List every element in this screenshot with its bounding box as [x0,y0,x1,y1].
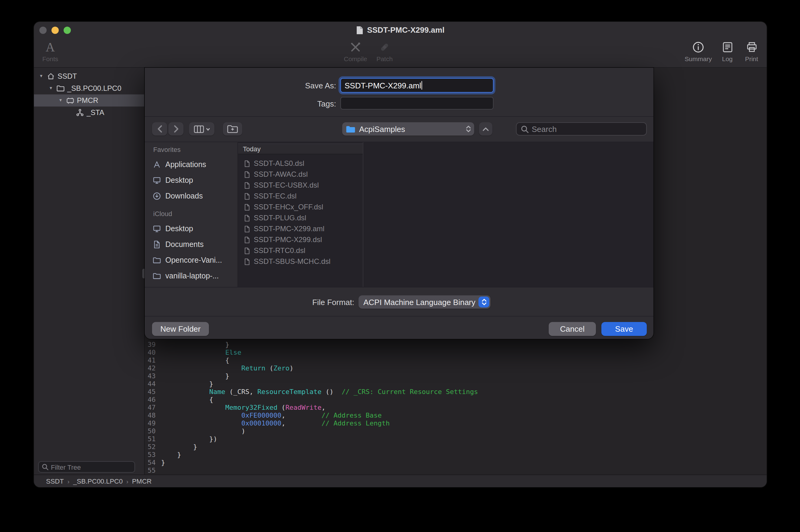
tree-item-ssdt[interactable]: ▾SSDT [34,70,144,82]
log-toolbar-button[interactable]: Log [716,40,739,62]
place-item-opencore-vani[interactable]: Opencore-Vani... [145,252,238,268]
patch-toolbar-button[interactable]: Patch [371,40,398,62]
file-group-header: Today [238,144,363,154]
disclosure-triangle-icon[interactable]: ▾ [57,94,64,107]
breadcrumb-item-sb-pc00-lpc0[interactable]: _SB.PC00.LPC0 [73,477,123,485]
cancel-button[interactable]: Cancel [549,322,596,336]
file-row-ssdt-pmc-x299-aml[interactable]: SSDT-PMC-X299.aml [238,223,363,234]
place-item-desktop[interactable]: Desktop [145,221,238,236]
file-name: SSDT-SBUS-MCHC.dsl [254,257,330,266]
summary-toolbar-button[interactable]: Summary [682,40,714,62]
document-icon [243,192,251,200]
disclosure-triangle-icon[interactable]: ▾ [38,70,45,82]
file-row-ssdt-ec-dsl[interactable]: SSDT-EC.dsl [238,191,363,202]
place-item-vanilla-laptop[interactable]: vanilla-laptop-... [145,268,238,284]
document-proxy-icon[interactable] [356,26,364,34]
places-section-header: iCloud [153,210,172,217]
filter-tree-input[interactable]: Filter Tree [38,461,135,473]
tree-item-sb-pc00-lpc0[interactable]: ▾_SB.PC00.LPC0 [34,82,144,94]
line-number: 41 [146,357,156,364]
tree-item-sta[interactable]: _STA [34,107,144,119]
save-as-input[interactable]: SSDT-PMC-X299.aml [340,78,494,93]
new-folder-button[interactable]: New Folder [152,322,209,336]
code-text: } [161,451,181,459]
fonts-toolbar-button[interactable]: A Fonts [36,40,64,62]
document-icon [243,159,251,167]
document-icon [243,247,251,254]
log-icon [722,40,733,55]
minimize-button[interactable] [52,26,59,34]
document-icon [243,214,251,222]
toolbar: A Fonts Compile Patch Summary [34,38,767,68]
disclosure-triangle-icon[interactable]: ▾ [47,82,55,94]
line-number: 55 [146,467,156,475]
document-icon [243,258,251,265]
file-row-ssdt-ehcx-off-dsl[interactable]: SSDT-EHCx_OFF.dsl [238,202,363,212]
file-row-ssdt-rtc0-dsl[interactable]: SSDT-RTC0.dsl [238,245,363,256]
zoom-button[interactable] [63,26,71,34]
file-row-ssdt-pmc-x299-dsl[interactable]: SSDT-PMC-X299.dsl [238,234,363,245]
chevron-up-down-icon [466,125,471,133]
place-item-label: Desktop [165,176,193,185]
line-number: 43 [146,372,156,380]
code-line: 40 Else [146,348,767,357]
place-item-documents[interactable]: Documents [145,236,238,252]
code-line: 49 0x00010000, // Address Length [146,419,767,427]
file-name: SSDT-PMC-X299.dsl [254,235,322,244]
statusbar: SSDT›_SB.PC00.LPC0›PMCR [34,475,767,487]
forward-button[interactable] [168,122,184,136]
file-row-ssdt-ec-usbx-dsl[interactable]: SSDT-EC-USBX.dsl [238,180,363,191]
file-row-ssdt-awac-dsl[interactable]: SSDT-AWAC.dsl [238,169,363,180]
file-row-ssdt-als0-dsl[interactable]: SSDT-ALS0.dsl [238,158,363,169]
code-line: 53 } [146,451,767,459]
info-icon [692,40,704,55]
print-icon [745,40,758,55]
code-line: 48 0xFE000000, // Address Base [146,412,767,419]
popup-stepper [479,297,489,307]
place-item-downloads[interactable]: Downloads [145,188,238,204]
code-lines: 39 }40 Else41 {42 Return (Zero)43 }44 }4… [146,341,767,475]
file-name: SSDT-AWAC.dsl [254,170,308,178]
folder-icon [153,256,161,265]
line-number: 48 [146,412,156,419]
view-mode-button[interactable] [189,122,215,136]
file-row-ssdt-plug-dsl[interactable]: SSDT-PLUG.dsl [238,212,363,223]
code-line: 47 Memory32Fixed (ReadWrite, [146,404,767,412]
code-text: Memory32Fixed (ReadWrite, [161,404,325,412]
titlebar[interactable]: SSDT-PMC-X299.aml [34,22,767,38]
breadcrumb-separator: › [68,478,70,484]
close-button[interactable] [39,26,46,34]
breadcrumb-item-pmcr[interactable]: PMCR [132,477,152,485]
compile-toolbar-button[interactable]: Compile [340,40,371,62]
file-row-ssdt-sbus-mchc-dsl[interactable]: SSDT-SBUS-MCHC.dsl [238,256,363,267]
document-icon [243,236,251,244]
file-name: SSDT-ALS0.dsl [254,159,304,168]
place-item-label: Downloads [165,192,203,200]
place-item-applications[interactable]: Applications [145,157,238,172]
tree-item-pmcr[interactable]: ▾PMCR [34,94,144,107]
tags-input[interactable] [340,97,494,110]
print-toolbar-button[interactable]: Print [739,40,764,62]
new-folder-icon-button[interactable] [223,122,242,136]
parent-folder-button[interactable] [479,122,492,136]
save-button[interactable]: Save [601,322,647,336]
maciasl-window: SSDT-PMC-X299.aml A Fonts Compile Patch [34,22,767,487]
code-line: 39 } [146,341,767,348]
save-as-value: SSDT-PMC-X299.aml [345,81,421,90]
code-line: 52 } [146,443,767,451]
file-list-area: Today SSDT-ALS0.dslSSDT-AWAC.dslSSDT-EC-… [238,142,653,287]
back-button[interactable] [152,122,167,136]
search-input[interactable]: Search [516,122,647,136]
place-item-label: vanilla-laptop-... [165,272,219,280]
folder-icon [56,84,65,93]
code-line: 46 { [146,396,767,404]
search-icon [42,463,49,470]
place-item-desktop[interactable]: Desktop [145,172,238,188]
chevron-right-icon [173,125,179,133]
file-format-label: File Format: [145,298,354,307]
file-format-popup[interactable]: ACPI Machine Language Binary [358,296,490,309]
search-icon [521,125,529,133]
folder-icon [346,125,355,133]
breadcrumb-item-ssdt[interactable]: SSDT [46,477,64,485]
location-popup[interactable]: AcpiSamples [342,122,474,136]
